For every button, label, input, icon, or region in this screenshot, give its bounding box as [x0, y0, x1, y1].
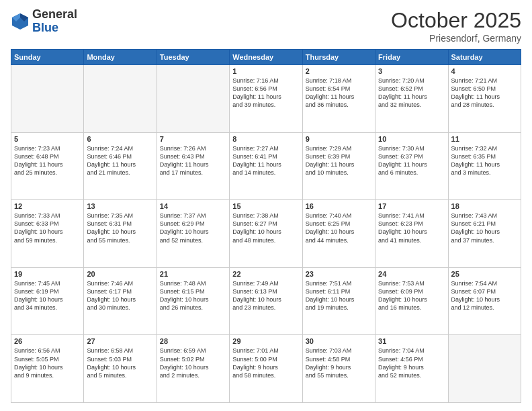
calendar-cell: 15Sunrise: 7:38 AM Sunset: 6:27 PM Dayli…: [230, 200, 302, 268]
calendar-cell: 8Sunrise: 7:27 AM Sunset: 6:41 PM Daylig…: [230, 132, 302, 200]
day-number: 6: [87, 135, 153, 143]
calendar-cell: 17Sunrise: 7:41 AM Sunset: 6:23 PM Dayli…: [375, 200, 448, 268]
day-info: Sunrise: 7:21 AM Sunset: 6:50 PM Dayligh…: [451, 77, 518, 109]
day-number: 1: [232, 67, 299, 75]
day-info: Sunrise: 7:32 AM Sunset: 6:35 PM Dayligh…: [451, 144, 518, 177]
calendar-cell: 2Sunrise: 7:18 AM Sunset: 6:54 PM Daylig…: [302, 65, 375, 133]
day-number: 16: [306, 202, 372, 210]
calendar-cell: 12Sunrise: 7:33 AM Sunset: 6:33 PM Dayli…: [11, 200, 84, 268]
logo-blue-text: Blue: [32, 21, 58, 34]
calendar-cell: 27Sunrise: 6:58 AM Sunset: 5:03 PM Dayli…: [84, 335, 157, 403]
day-number: 4: [451, 67, 518, 75]
calendar-cell: 31Sunrise: 7:04 AM Sunset: 4:56 PM Dayli…: [375, 335, 448, 403]
day-number: 28: [160, 337, 226, 345]
day-info: Sunrise: 7:53 AM Sunset: 6:09 PM Dayligh…: [378, 279, 445, 312]
location-subtitle: Priesendorf, Germany: [391, 33, 521, 44]
calendar-cell: [11, 65, 84, 133]
day-info: Sunrise: 7:46 AM Sunset: 6:17 PM Dayligh…: [87, 279, 153, 312]
day-info: Sunrise: 7:20 AM Sunset: 6:52 PM Dayligh…: [378, 77, 445, 109]
day-number: 29: [232, 337, 299, 345]
day-info: Sunrise: 6:59 AM Sunset: 5:02 PM Dayligh…: [160, 347, 226, 379]
day-number: 20: [87, 270, 153, 278]
calendar-cell: 26Sunrise: 6:56 AM Sunset: 5:05 PM Dayli…: [11, 335, 84, 403]
day-info: Sunrise: 7:16 AM Sunset: 6:56 PM Dayligh…: [232, 77, 299, 109]
day-info: Sunrise: 7:04 AM Sunset: 4:56 PM Dayligh…: [378, 347, 445, 379]
day-info: Sunrise: 7:33 AM Sunset: 6:33 PM Dayligh…: [14, 212, 81, 244]
day-number: 31: [378, 337, 445, 345]
calendar-cell: 4Sunrise: 7:21 AM Sunset: 6:50 PM Daylig…: [448, 65, 521, 133]
day-info: Sunrise: 7:45 AM Sunset: 6:19 PM Dayligh…: [14, 279, 81, 312]
day-info: Sunrise: 7:54 AM Sunset: 6:07 PM Dayligh…: [451, 279, 518, 312]
day-number: 26: [14, 337, 81, 345]
calendar-cell: 6Sunrise: 7:24 AM Sunset: 6:46 PM Daylig…: [84, 132, 157, 200]
calendar-cell: 10Sunrise: 7:30 AM Sunset: 6:37 PM Dayli…: [375, 132, 448, 200]
day-number: 27: [87, 337, 153, 345]
day-header-saturday: Saturday: [448, 50, 521, 65]
title-block: October 2025 Priesendorf, Germany: [391, 8, 521, 44]
day-info: Sunrise: 7:24 AM Sunset: 6:46 PM Dayligh…: [87, 144, 153, 177]
day-number: 21: [160, 270, 226, 278]
day-info: Sunrise: 7:40 AM Sunset: 6:25 PM Dayligh…: [306, 212, 372, 244]
calendar-cell: 28Sunrise: 6:59 AM Sunset: 5:02 PM Dayli…: [157, 335, 229, 403]
day-number: 19: [14, 270, 81, 278]
day-info: Sunrise: 6:58 AM Sunset: 5:03 PM Dayligh…: [87, 347, 153, 379]
day-info: Sunrise: 7:43 AM Sunset: 6:21 PM Dayligh…: [451, 212, 518, 244]
logo-general-text: General: [32, 7, 77, 21]
calendar-cell: 23Sunrise: 7:51 AM Sunset: 6:11 PM Dayli…: [302, 267, 375, 335]
day-header-sunday: Sunday: [11, 50, 84, 65]
page-header: General Blue October 2025 Priesendorf, G…: [11, 8, 521, 44]
day-number: 25: [451, 270, 518, 278]
day-info: Sunrise: 7:35 AM Sunset: 6:31 PM Dayligh…: [87, 212, 153, 244]
day-info: Sunrise: 7:41 AM Sunset: 6:23 PM Dayligh…: [378, 212, 445, 244]
day-number: 24: [378, 270, 445, 278]
day-info: Sunrise: 7:30 AM Sunset: 6:37 PM Dayligh…: [378, 144, 445, 177]
calendar-cell: 13Sunrise: 7:35 AM Sunset: 6:31 PM Dayli…: [84, 200, 157, 268]
day-number: 5: [14, 135, 81, 143]
calendar-cell: 30Sunrise: 7:03 AM Sunset: 4:58 PM Dayli…: [302, 335, 375, 403]
calendar-cell: 9Sunrise: 7:29 AM Sunset: 6:39 PM Daylig…: [302, 132, 375, 200]
day-info: Sunrise: 7:38 AM Sunset: 6:27 PM Dayligh…: [232, 212, 299, 244]
calendar-cell: 18Sunrise: 7:43 AM Sunset: 6:21 PM Dayli…: [448, 200, 521, 268]
calendar-cell: 14Sunrise: 7:37 AM Sunset: 6:29 PM Dayli…: [157, 200, 229, 268]
day-number: 7: [160, 135, 226, 143]
calendar-cell: 5Sunrise: 7:23 AM Sunset: 6:48 PM Daylig…: [11, 132, 84, 200]
day-info: Sunrise: 7:37 AM Sunset: 6:29 PM Dayligh…: [160, 212, 226, 244]
day-info: Sunrise: 7:27 AM Sunset: 6:41 PM Dayligh…: [232, 144, 299, 177]
day-number: 17: [378, 202, 445, 210]
calendar-table: SundayMondayTuesdayWednesdayThursdayFrid…: [11, 49, 521, 403]
month-title: October 2025: [391, 8, 521, 33]
day-number: 15: [232, 202, 299, 210]
calendar-cell: 1Sunrise: 7:16 AM Sunset: 6:56 PM Daylig…: [230, 65, 302, 133]
day-info: Sunrise: 7:01 AM Sunset: 5:00 PM Dayligh…: [232, 347, 299, 379]
day-number: 12: [14, 202, 81, 210]
day-header-tuesday: Tuesday: [157, 50, 229, 65]
day-info: Sunrise: 7:18 AM Sunset: 6:54 PM Dayligh…: [306, 77, 372, 109]
calendar-cell: 11Sunrise: 7:32 AM Sunset: 6:35 PM Dayli…: [448, 132, 521, 200]
day-info: Sunrise: 7:51 AM Sunset: 6:11 PM Dayligh…: [306, 279, 372, 312]
calendar-cell: [448, 335, 521, 403]
calendar-cell: 16Sunrise: 7:40 AM Sunset: 6:25 PM Dayli…: [302, 200, 375, 268]
calendar-cell: 22Sunrise: 7:49 AM Sunset: 6:13 PM Dayli…: [230, 267, 302, 335]
calendar-cell: 24Sunrise: 7:53 AM Sunset: 6:09 PM Dayli…: [375, 267, 448, 335]
day-number: 2: [306, 67, 372, 75]
day-number: 23: [306, 270, 372, 278]
calendar-cell: 3Sunrise: 7:20 AM Sunset: 6:52 PM Daylig…: [375, 65, 448, 133]
calendar-cell: [157, 65, 229, 133]
day-number: 14: [160, 202, 226, 210]
day-number: 13: [87, 202, 153, 210]
day-number: 30: [306, 337, 372, 345]
calendar-cell: 29Sunrise: 7:01 AM Sunset: 5:00 PM Dayli…: [230, 335, 302, 403]
day-header-friday: Friday: [375, 50, 448, 65]
day-number: 18: [451, 202, 518, 210]
logo-icon: [11, 12, 30, 31]
calendar-cell: 19Sunrise: 7:45 AM Sunset: 6:19 PM Dayli…: [11, 267, 84, 335]
day-info: Sunrise: 6:56 AM Sunset: 5:05 PM Dayligh…: [14, 347, 81, 379]
day-number: 10: [378, 135, 445, 143]
day-info: Sunrise: 7:26 AM Sunset: 6:43 PM Dayligh…: [160, 144, 226, 177]
day-info: Sunrise: 7:48 AM Sunset: 6:15 PM Dayligh…: [160, 279, 226, 312]
calendar-cell: 20Sunrise: 7:46 AM Sunset: 6:17 PM Dayli…: [84, 267, 157, 335]
day-info: Sunrise: 7:49 AM Sunset: 6:13 PM Dayligh…: [232, 279, 299, 312]
calendar-cell: 7Sunrise: 7:26 AM Sunset: 6:43 PM Daylig…: [157, 132, 229, 200]
day-number: 8: [232, 135, 299, 143]
day-info: Sunrise: 7:23 AM Sunset: 6:48 PM Dayligh…: [14, 144, 81, 177]
